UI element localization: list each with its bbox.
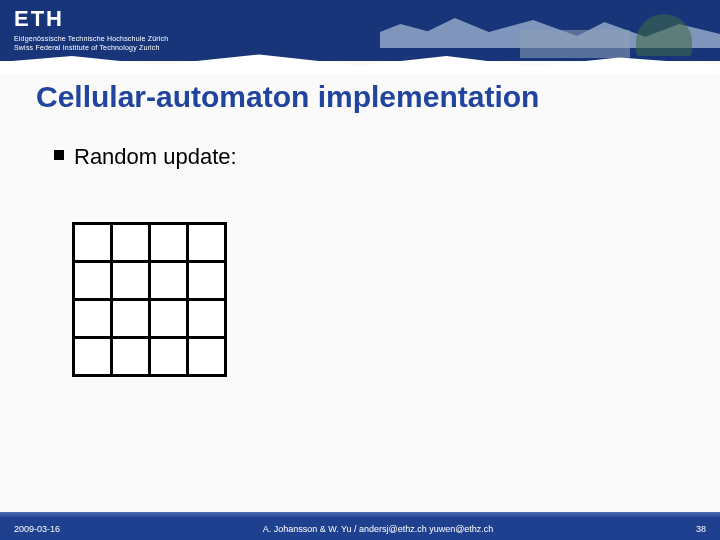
eth-subtitle-1: Eidgenössische Technische Hochschule Zür… [14, 34, 168, 43]
grid-cell [151, 339, 189, 377]
grid-cell [151, 263, 189, 301]
grid-cell [189, 339, 227, 377]
header-band: ETH Eidgenössische Technische Hochschule… [0, 0, 720, 61]
grid-cell [189, 301, 227, 339]
grid-cell [189, 225, 227, 263]
grid-cell [189, 263, 227, 301]
building-facade [520, 30, 630, 58]
grid-cell [151, 301, 189, 339]
footer: 2009-03-16 A. Johansson & W. Yu / anders… [0, 518, 720, 540]
grid-cell [113, 225, 151, 263]
grid-cell [113, 263, 151, 301]
bullet-marker-icon [54, 150, 64, 160]
bullet-item: Random update: [54, 144, 237, 170]
footer-date: 2009-03-16 [14, 524, 60, 534]
grid-cell [151, 225, 189, 263]
bullet-text: Random update: [74, 144, 237, 170]
grid-cell [113, 301, 151, 339]
grid-cell [75, 225, 113, 263]
grid-cell [75, 263, 113, 301]
slide-title: Cellular-automaton implementation [36, 80, 684, 114]
decorative-skyline [380, 0, 720, 61]
slide: ETH Eidgenössische Technische Hochschule… [0, 0, 720, 540]
footer-page-number: 38 [696, 524, 706, 534]
footer-credits: A. Johansson & W. Yu / andersj@ethz.ch y… [60, 524, 696, 534]
grid-cell [113, 339, 151, 377]
grid-cell [75, 301, 113, 339]
eth-logo: ETH Eidgenössische Technische Hochschule… [14, 8, 168, 52]
grid-cell [75, 339, 113, 377]
eth-logo-text: ETH [14, 8, 64, 30]
cellular-automaton-grid [72, 222, 227, 377]
dome-shape [636, 14, 692, 56]
eth-subtitle-2: Swiss Federal Institute of Technology Zu… [14, 43, 168, 52]
